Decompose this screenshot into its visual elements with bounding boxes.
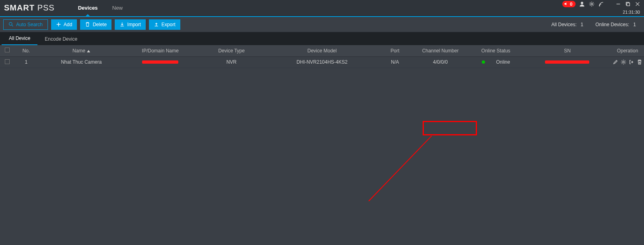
online-devices-stat: Online Devices: 1 [595,22,636,27]
nav-tab-devices-label: Devices [78,5,98,11]
subtab-all-label: All Device [9,35,30,41]
add-label: Add [64,22,72,27]
auto-search-label: Auto Search [16,22,43,27]
row-checkbox[interactable] [5,59,10,64]
annotation-line [368,135,432,201]
online-devices-label: Online Devices: [595,22,629,27]
cell-no: 1 [14,56,38,68]
nav-tab-new[interactable]: New [105,0,130,16]
col-check[interactable] [0,45,14,56]
cell-type: NVR [196,56,267,68]
toolbar-stats: All Devices: 1 Online Devices: 1 [551,22,641,27]
col-no[interactable]: No. [14,45,38,56]
auto-search-button[interactable]: Auto Search [3,19,48,30]
cell-name: Nhat Thuc Camera [38,56,125,68]
search-icon [8,22,14,27]
cell-port: N/A [377,56,413,68]
minimize-icon[interactable] [615,1,621,7]
cell-sn [524,56,611,68]
add-button[interactable]: Add [51,19,77,30]
user-icon[interactable] [579,1,585,7]
all-devices-value: 1 [581,22,584,27]
export-button[interactable]: Export [149,19,180,30]
col-port[interactable]: Port [377,45,413,56]
device-table: No. Name IP/Domain Name Device Type Devi… [0,45,644,68]
status-text: Online [496,59,510,65]
svg-point-0 [581,2,583,4]
all-devices-label: All Devices: [551,22,577,27]
app-logo: SMART PSS [4,3,55,12]
online-devices-value: 1 [633,22,636,27]
trash-icon [85,22,90,27]
col-model[interactable]: Device Model [267,45,377,56]
titlebar-right: 0 21:31:30 [562,0,641,16]
gear-icon[interactable] [588,1,595,7]
alarm-count: 0 [570,2,572,6]
cell-channel: 4/0/0/0 [413,56,468,68]
export-icon [154,22,159,27]
status-dot-icon [482,60,485,64]
col-name[interactable]: Name [38,45,125,56]
table-header: No. Name IP/Domain Name Device Type Devi… [0,45,644,56]
subtab-encode-label: Encode Device [45,36,77,42]
all-devices-stat: All Devices: 1 [551,22,583,27]
sort-asc-icon [87,50,90,52]
close-icon[interactable] [634,1,641,7]
import-button[interactable]: Import [115,19,146,30]
edit-icon[interactable] [613,59,618,65]
main-nav: Devices New [71,0,144,16]
table-row[interactable]: 1 Nhat Thuc Camera NVR DHI-NVR2104HS-4KS… [0,56,644,68]
col-name-label: Name [72,48,85,54]
delete-button[interactable]: Delete [80,19,111,30]
logout-icon[interactable] [629,59,634,65]
svg-point-2 [599,5,600,6]
subtab-encode-device[interactable]: Encode Device [37,33,85,45]
delete-label: Delete [93,22,107,27]
subtab-all-device[interactable]: All Device [2,32,37,45]
svg-point-5 [9,23,12,25]
alarm-badge[interactable]: 0 [562,1,576,7]
nav-tab-new-label: New [112,5,123,11]
nav-tab-devices[interactable]: Devices [71,0,105,16]
redacted-ip [142,60,178,64]
plus-icon [56,22,61,27]
cell-ip [125,56,196,68]
cell-model: DHI-NVR2104HS-4KS2 [267,56,377,68]
svg-point-6 [623,61,624,63]
action-toolbar: Auto Search Add Delete Import Export All… [0,17,644,32]
logo-bold: SMART [4,3,35,12]
logo-light: PSS [35,3,55,12]
annotation-box [423,121,477,135]
col-channel[interactable]: Channel Number [413,45,468,56]
svg-point-1 [591,3,592,4]
title-bar: SMART PSS Devices New 0 21:31:30 [0,0,644,16]
speaker-icon [564,2,568,6]
select-all-checkbox[interactable] [5,48,10,52]
resource-monitor-icon[interactable] [598,1,605,7]
add-tab-button[interactable] [130,4,144,12]
cell-status: Online [468,56,524,68]
col-status[interactable]: Online Status [468,45,524,56]
col-sn[interactable]: SN [524,45,611,56]
maximize-icon[interactable] [625,1,631,7]
col-type[interactable]: Device Type [196,45,267,56]
svg-rect-4 [627,3,630,6]
col-ip[interactable]: IP/Domain Name [125,45,196,56]
device-subtabs: All Device Encode Device [0,32,644,45]
export-label: Export [161,22,175,27]
import-icon [120,22,125,27]
col-op[interactable]: Operation [611,45,644,56]
import-label: Import [127,22,141,27]
clock: 21:31:30 [623,10,641,15]
redacted-sn [545,60,589,64]
cell-op [611,56,644,68]
delete-row-icon[interactable] [637,59,642,65]
config-gear-icon[interactable] [621,59,626,65]
